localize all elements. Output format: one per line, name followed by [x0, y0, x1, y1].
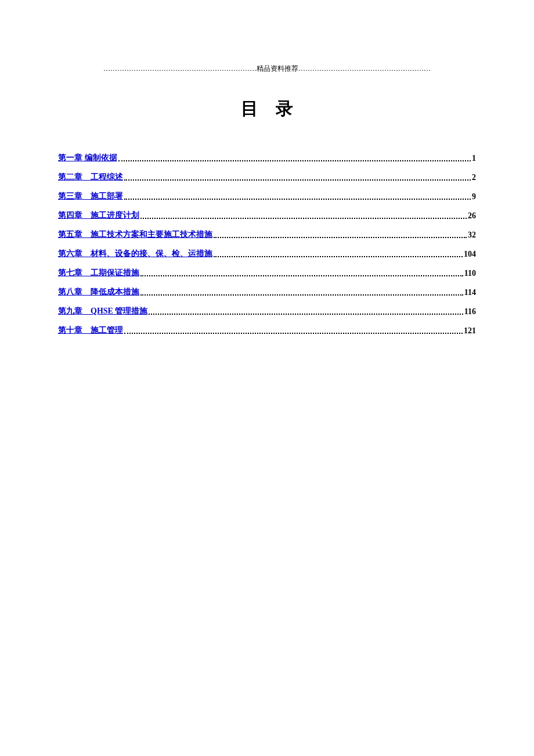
toc-entry: 第九章 QHSE 管理措施 116: [58, 306, 476, 316]
toc-link[interactable]: 第三章 施工部署: [58, 191, 123, 201]
toc-entry: 第七章 工期保证措施 110: [58, 268, 476, 278]
toc-entry: 第二章 工程综述 2: [58, 172, 476, 182]
toc-link[interactable]: 第九章 QHSE 管理措施: [58, 306, 147, 316]
toc-page-number: 32: [468, 231, 476, 240]
toc-link[interactable]: 第六章 材料、设备的接、保、检、运措施: [58, 249, 212, 259]
toc-page-number: 104: [464, 250, 476, 259]
toc-leader-dots: [124, 333, 463, 334]
toc-entry: 第八章 降低成本措施 114: [58, 287, 476, 297]
toc-leader-dots: [140, 275, 463, 276]
toc-page-number: 110: [464, 269, 476, 278]
table-of-contents: 第一章 编制依据 1 第二章 工程综述 2 第三章 施工部署 9 第四章 施工进…: [58, 153, 476, 336]
toc-leader-dots: [140, 218, 467, 219]
toc-leader-dots: [214, 256, 463, 257]
toc-link[interactable]: 第八章 降低成本措施: [58, 287, 139, 297]
toc-page-number: 114: [464, 288, 476, 297]
page-title: 目录: [58, 97, 476, 121]
toc-leader-dots: [124, 179, 471, 181]
toc-page-number: 26: [468, 211, 476, 221]
toc-leader-dots: [140, 294, 463, 296]
toc-leader-dots: [118, 160, 471, 161]
toc-page-number: 116: [464, 307, 476, 316]
toc-link[interactable]: 第五章 施工技术方案和主要施工技术措施: [58, 229, 212, 240]
toc-page-number: 9: [472, 192, 476, 201]
toc-link[interactable]: 第十章 施工管理: [58, 325, 123, 336]
toc-entry: 第一章 编制依据 1: [58, 153, 476, 163]
header-decoration: …………………………………………………………精品资料推荐…………………………………: [58, 64, 476, 74]
toc-link[interactable]: 第四章 施工进度计划: [58, 210, 139, 221]
toc-entry: 第四章 施工进度计划 26: [58, 210, 476, 221]
toc-entry: 第十章 施工管理 121: [58, 325, 476, 336]
toc-link[interactable]: 第一章 编制依据: [58, 153, 117, 163]
toc-link[interactable]: 第二章 工程综述: [58, 172, 123, 182]
toc-page-number: 2: [472, 173, 476, 182]
toc-link[interactable]: 第七章 工期保证措施: [58, 268, 139, 278]
toc-entry: 第五章 施工技术方案和主要施工技术措施 32: [58, 229, 476, 240]
toc-leader-dots: [124, 199, 471, 200]
toc-leader-dots: [214, 237, 467, 238]
toc-entry: 第三章 施工部署 9: [58, 191, 476, 201]
toc-page-number: 1: [472, 154, 476, 163]
toc-entry: 第六章 材料、设备的接、保、检、运措施 104: [58, 249, 476, 259]
toc-page-number: 121: [464, 326, 476, 336]
toc-leader-dots: [149, 314, 463, 315]
